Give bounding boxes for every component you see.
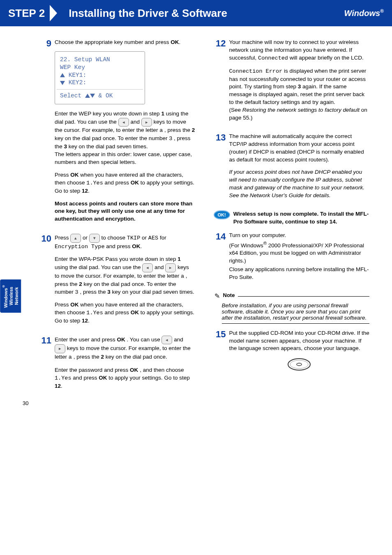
- left-column: 9 Choose the appropriate key number and …: [39, 39, 195, 401]
- right-arrow-key-icon: ▸: [141, 118, 152, 127]
- down-arrow-key-icon: ▾: [89, 234, 100, 242]
- content: 9 Choose the appropriate key number and …: [0, 26, 392, 413]
- left-arrow-key-icon: ◂: [142, 263, 153, 272]
- step-14: 14 Turn on your computer. (For Windows® …: [214, 232, 370, 286]
- step-number: 13: [214, 133, 229, 205]
- chevron-right-icon: [50, 5, 57, 21]
- svg-point-1: [290, 360, 308, 368]
- down-triangle-icon: [90, 94, 95, 98]
- step-body: The machine will automatically acquire t…: [229, 133, 370, 205]
- up-arrow-key-icon: ▴: [70, 234, 81, 242]
- lcd-display: 22. Setup WLAN WEP Key KEY1: KEY2: Selec…: [55, 51, 145, 104]
- step-9: 9 Choose the appropriate key number and …: [39, 39, 195, 228]
- step-number: 11: [39, 336, 55, 395]
- svg-point-2: [297, 363, 302, 366]
- step-body: Your machine will now try to connect to …: [229, 39, 370, 127]
- step-number: 15: [214, 329, 229, 372]
- note-body: Before installation, if you are using pe…: [222, 302, 370, 321]
- left-arrow-key-icon: ◂: [118, 118, 129, 127]
- step-11: 11 Enter the user and press OK . You can…: [39, 336, 195, 395]
- step-number: 10: [39, 234, 55, 330]
- down-triangle-icon: [60, 81, 65, 85]
- step-body: Press ▴ or ▾ to choose TKIP or AES for E…: [55, 234, 195, 330]
- step-label: STEP 2: [8, 7, 45, 20]
- ok-callout: OK! Wireless setup is now complete. To i…: [214, 210, 370, 226]
- right-column: 12 Your machine will now try to connect …: [214, 39, 370, 401]
- step-13: 13 The machine will automatically acquir…: [214, 133, 370, 205]
- step-12: 12 Your machine will now try to connect …: [214, 39, 370, 127]
- step-number: 14: [214, 232, 229, 286]
- step-body: Turn on your computer. (For Windows® 200…: [229, 232, 370, 286]
- platform-label: Windows®: [344, 8, 384, 18]
- up-triangle-icon: [85, 94, 90, 98]
- step-15: 15 Put the supplied CD-ROM into your CD-…: [214, 329, 370, 372]
- page-title: Installing the Driver & Software: [69, 7, 344, 20]
- step-number: 9: [39, 39, 55, 228]
- up-triangle-icon: [60, 73, 65, 77]
- note-label: Note: [223, 292, 235, 298]
- right-arrow-key-icon: ▸: [55, 344, 65, 353]
- note-icon: ✎: [214, 292, 220, 300]
- step-10: 10 Press ▴ or ▾ to choose TKIP or AES fo…: [39, 234, 195, 330]
- step-body: Put the supplied CD-ROM into your CD-ROM…: [229, 329, 370, 372]
- step-badge: STEP 2: [0, 0, 61, 26]
- ok-badge-icon: OK!: [214, 210, 230, 219]
- step-body: Choose the appropriate key number and pr…: [55, 39, 195, 228]
- right-arrow-key-icon: ▸: [165, 263, 176, 272]
- cd-rom-icon: [287, 357, 311, 371]
- step-number: 12: [214, 39, 229, 127]
- note-block: ✎ Note Before installation, if you are u…: [214, 292, 370, 324]
- step-body: Enter the user and press OK . You can us…: [55, 336, 195, 395]
- left-arrow-key-icon: ◂: [161, 336, 172, 344]
- page-header: STEP 2 Installing the Driver & Software …: [0, 0, 392, 26]
- page-number: 30: [23, 400, 28, 406]
